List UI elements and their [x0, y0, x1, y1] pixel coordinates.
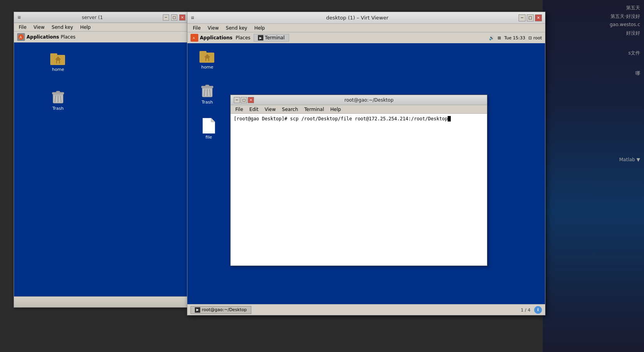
desktop-menu-file[interactable]: File [190, 25, 204, 32]
guest-icon-trash[interactable]: Trash [194, 83, 221, 105]
guest-trash-label: Trash [200, 99, 214, 105]
server-topbar-icon: A [17, 33, 25, 41]
taskbar-right: 1 / 4 i [521, 306, 542, 314]
terminal-prompt-line: [root@gao Desktop]# scp /root/Desktop/fi… [234, 116, 484, 121]
svg-rect-17 [199, 51, 206, 54]
terminal-restore-btn[interactable]: □ [241, 97, 247, 103]
server-menu-view[interactable]: View [30, 24, 48, 31]
server-maximize-btn[interactable]: □ [171, 14, 177, 21]
guest-topbar: A Applications Places ▶ Terminal 🔊 ⊞ Tue… [187, 32, 545, 43]
matlab-button[interactable]: Matlab ▼ [610, 156, 640, 164]
server-icon-trash[interactable]: Trash [44, 89, 72, 111]
svg-text:A: A [193, 37, 195, 40]
server-win-btns: ─ □ ✕ [162, 14, 185, 21]
terminal-menu-edit[interactable]: Edit [247, 106, 261, 113]
desktop-win-btns: ─ □ ✕ [519, 14, 542, 21]
server-trash-icon-img [50, 89, 66, 105]
desktop-menu-sendkey[interactable]: Send key [223, 25, 251, 32]
guest-home-label: home [200, 64, 214, 70]
desktop-maximize-btn[interactable]: □ [527, 14, 534, 21]
guest-display-icon[interactable]: ⊞ [498, 35, 501, 40]
server-minimize-btn[interactable]: ─ [163, 14, 169, 21]
server-titlebar: 🖥 server (1 ─ □ ✕ [14, 12, 189, 23]
server-home-icon-img [50, 50, 66, 66]
terminal-close-btn[interactable]: ✕ [248, 97, 254, 103]
server-menu-help[interactable]: Help [77, 24, 94, 31]
guest-applications[interactable]: Applications [200, 35, 233, 40]
server-topbar: A Applications Places [14, 32, 189, 42]
guest-topbar-right: 🔊 ⊞ Tue 15:33 ⊡ root [489, 35, 542, 40]
terminal-titlebar: ─ □ ✕ root@gao:~/Desktop [231, 95, 487, 105]
desktop-win-icon: 🖥 [191, 16, 194, 20]
taskbar-terminal-item[interactable]: ▶ root@gao:~/Desktop [191, 306, 251, 314]
server-home-label: home [51, 67, 65, 72]
server-icon-home[interactable]: home [44, 50, 72, 72]
svg-rect-13 [53, 94, 63, 96]
guest-file-icon-img [201, 118, 217, 134]
desktop-window: 🖥 desktop (1) – Virt Viewer ─ □ ✕ File V… [187, 12, 545, 315]
terminal-minimize-btn[interactable]: ─ [234, 97, 240, 103]
guest-places[interactable]: Places [236, 35, 251, 40]
server-menu-file[interactable]: File [16, 24, 30, 31]
svg-rect-6 [57, 61, 59, 63]
guest-desktop: A Applications Places ▶ Terminal 🔊 ⊞ Tue… [187, 32, 545, 304]
svg-marker-28 [211, 118, 215, 122]
terminal-menu-terminal[interactable]: Terminal [302, 106, 326, 113]
terminal-win-btns: ─ □ ✕ [234, 97, 254, 103]
server-close-btn[interactable]: ✕ [179, 14, 185, 21]
desktop-titlebar: 🖥 desktop (1) – Virt Viewer ─ □ ✕ [187, 12, 545, 24]
guest-icon-home[interactable]: home [194, 48, 221, 70]
right-panel-text: 第五天 第五天·好没好 gao.westos.c 好没好 s文件 哪 Matla… [610, 4, 640, 164]
guest-file-label: file [205, 134, 213, 140]
terminal-tab-icon: ▶ [258, 35, 263, 40]
guest-volume-icon[interactable]: 🔊 [489, 35, 494, 40]
guest-apps-icon: A [191, 34, 198, 42]
terminal-command: [root@gao Desktop]# scp /root/Desktop/fi… [234, 116, 448, 121]
server-menu-sendkey[interactable]: Send key [49, 24, 76, 31]
server-title: server (1 [23, 15, 162, 20]
guest-time: Tue 15:33 [504, 35, 525, 40]
desktop-menu-help[interactable]: Help [251, 25, 268, 32]
server-topbar-applications[interactable]: Applications [26, 34, 59, 40]
svg-text:A: A [19, 35, 22, 39]
taskbar-terminal-label: root@gao:~/Desktop [202, 307, 247, 312]
terminal-menu-bar: File Edit View Search Terminal Help [231, 105, 487, 114]
svg-rect-23 [205, 85, 209, 86]
desktop-menu-bar: File View Send key Help [187, 24, 545, 32]
guest-trash-icon-img [199, 83, 215, 99]
taskbar-info-btn[interactable]: i [534, 306, 542, 314]
terminal-menu-help[interactable]: Help [328, 106, 343, 113]
terminal-menu-file[interactable]: File [233, 106, 245, 113]
terminal-body[interactable]: [root@gao Desktop]# scp /root/Desktop/fi… [231, 114, 487, 266]
guest-terminal-tab[interactable]: ▶ Terminal [254, 34, 289, 42]
desktop-close-btn[interactable]: ✕ [535, 14, 542, 21]
guest-icon-file[interactable]: file [195, 118, 222, 140]
guest-topbar-left: A Applications Places ▶ Terminal [191, 34, 289, 42]
desktop-minimize-btn[interactable]: ─ [519, 14, 526, 21]
terminal-menu-view[interactable]: View [262, 106, 278, 113]
terminal-tab-label: Terminal [265, 35, 285, 40]
terminal-title: root@gao:~/Desktop [254, 97, 484, 103]
server-taskbar [14, 296, 189, 307]
terminal-menu-search[interactable]: Search [280, 106, 300, 113]
terminal-cursor [448, 116, 451, 121]
server-menu-bar: File View Send key Help [14, 23, 189, 32]
right-panel: 第五天 第五天·好没好 gao.westos.c 好没好 s文件 哪 Matla… [543, 0, 644, 352]
desktop-taskbar: ▶ root@gao:~/Desktop 1 / 4 i [187, 304, 545, 315]
server-topbar-places[interactable]: Places [61, 34, 76, 40]
desktop-title: desktop (1) – Virt Viewer [196, 15, 519, 21]
server-trash-label: Trash [51, 106, 65, 111]
taskbar-terminal-icon: ▶ [195, 307, 200, 313]
guest-user: ⊡ root [528, 35, 542, 40]
terminal-window: ─ □ ✕ root@gao:~/Desktop File Edit View … [230, 95, 487, 266]
server-desktop: home Trash [14, 42, 189, 296]
svg-rect-9 [56, 91, 60, 93]
desktop-menu-view[interactable]: View [205, 25, 222, 32]
svg-rect-3 [50, 53, 57, 56]
taskbar-pagination: 1 / 4 [521, 307, 531, 312]
guest-home-icon-img [199, 48, 215, 63]
server-icon: 🖥 [17, 15, 21, 19]
server-window: 🖥 server (1 ─ □ ✕ File View Send key Hel… [14, 12, 189, 308]
svg-rect-20 [206, 58, 208, 61]
